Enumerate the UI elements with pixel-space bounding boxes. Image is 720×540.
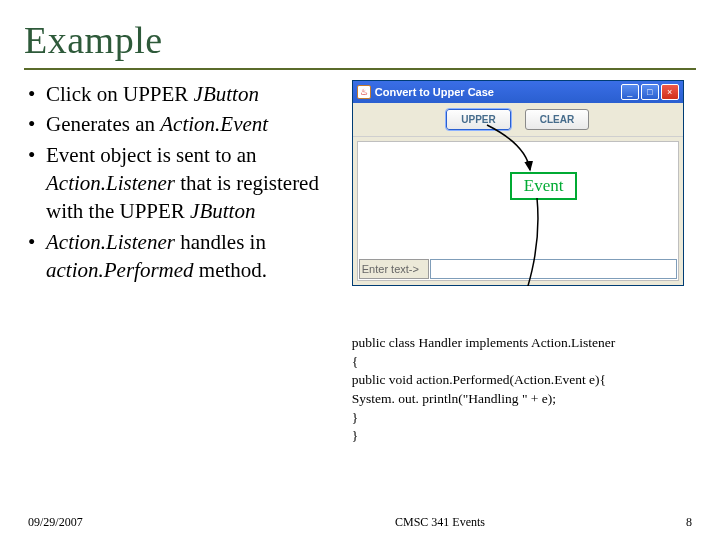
minimize-button[interactable]: _ <box>621 84 639 100</box>
bullet-1: Click on UPPER JButton <box>24 80 342 108</box>
window-controls: _ □ × <box>621 84 679 100</box>
text-italic: Action.Event <box>160 112 268 136</box>
text: method. <box>194 258 268 282</box>
code-line-5: } <box>352 409 616 428</box>
maximize-button[interactable]: □ <box>641 84 659 100</box>
close-button[interactable]: × <box>661 84 679 100</box>
slide-footer: 09/29/2007 CMSC 341 Events 8 <box>0 515 720 530</box>
text: Click on UPPER <box>46 82 194 106</box>
code-line-6: } <box>352 427 616 446</box>
text-italic: JButton <box>190 199 255 223</box>
slide: Example Click on UPPER JButton Generates… <box>0 0 720 540</box>
window-title: Convert to Upper Case <box>375 86 621 98</box>
code-line-3: public void action.Performed(Action.Even… <box>352 371 616 390</box>
text-italic: Action.Listener <box>46 171 175 195</box>
footer-page-number: 8 <box>632 515 692 530</box>
footer-date: 09/29/2007 <box>28 515 248 530</box>
enter-text-label: Enter text-> <box>359 259 429 279</box>
text: handles in <box>175 230 266 254</box>
text-output-area: Enter text-> <box>357 141 679 281</box>
footer-center: CMSC 341 Events <box>248 515 632 530</box>
java-icon: ♨ <box>357 85 371 99</box>
bullet-column: Click on UPPER JButton Generates an Acti… <box>24 80 342 286</box>
text: Generates an <box>46 112 160 136</box>
bullet-list: Click on UPPER JButton Generates an Acti… <box>24 80 342 284</box>
text-italic: action.Performed <box>46 258 194 282</box>
upper-button[interactable]: UPPER <box>446 109 510 130</box>
diagram-column: ♨ Convert to Upper Case _ □ × UPPER CLEA… <box>352 80 696 286</box>
text-italic: Action.Listener <box>46 230 175 254</box>
text-italic: JButton <box>194 82 259 106</box>
code-line-1: public class Handler implements Action.L… <box>352 334 616 353</box>
bullet-2: Generates an Action.Event <box>24 110 342 138</box>
slide-title: Example <box>24 18 696 62</box>
event-label: Event <box>510 172 578 200</box>
bullet-4: Action.Listener handles in action.Perfor… <box>24 228 342 285</box>
clear-button[interactable]: CLEAR <box>525 109 589 130</box>
bullet-3: Event object is sent to an Action.Listen… <box>24 141 342 226</box>
code-line-4: System. out. println("Handling " + e); <box>352 390 616 409</box>
title-underline: Example <box>24 18 696 70</box>
text: Event object is sent to an <box>46 143 257 167</box>
enter-text-field[interactable] <box>430 259 677 279</box>
window-titlebar: ♨ Convert to Upper Case _ □ × <box>353 81 683 103</box>
button-toolbar: UPPER CLEAR <box>353 103 683 137</box>
code-block: public class Handler implements Action.L… <box>352 334 616 446</box>
content-row: Click on UPPER JButton Generates an Acti… <box>24 80 696 286</box>
code-line-2: { <box>352 353 616 372</box>
